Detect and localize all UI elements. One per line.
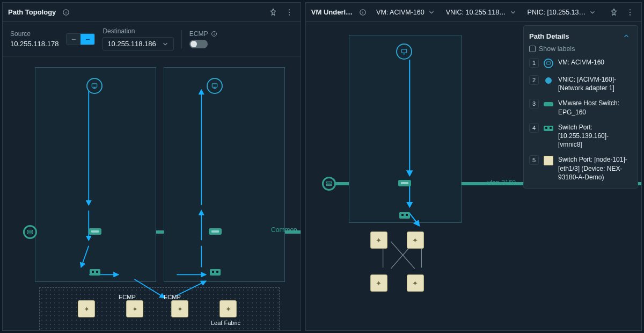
checkbox-icon bbox=[529, 46, 536, 52]
path-step-2[interactable]: 2 VNIC: [ACIVM-160]-[Network adapter 1] bbox=[529, 75, 632, 92]
svg-rect-14 bbox=[212, 84, 217, 87]
leaf-switch-3[interactable]: ✦ bbox=[171, 300, 188, 317]
port-icon bbox=[544, 126, 553, 131]
path-step-5[interactable]: 5 Switch Port: [node-101]-[eth1/3] (Devi… bbox=[529, 155, 632, 182]
pin-icon[interactable] bbox=[267, 6, 279, 18]
path-step-1[interactable]: 1 VM: ACIVM-160 bbox=[529, 58, 632, 69]
svg-rect-11 bbox=[92, 84, 97, 87]
show-labels-checkbox[interactable]: Show labels bbox=[529, 45, 632, 53]
source-hostswitch-icon[interactable] bbox=[89, 228, 101, 235]
ecmp-toggle[interactable] bbox=[189, 40, 208, 48]
vm-underlay-title: VM Underl… bbox=[311, 8, 353, 16]
vm-dropdown-label: VM: ACIVM-160 bbox=[376, 9, 425, 16]
info-icon[interactable] bbox=[60, 6, 72, 18]
ecmp-label: ECMP bbox=[189, 30, 208, 38]
chevron-down-icon bbox=[162, 40, 169, 48]
svg-rect-34 bbox=[326, 184, 331, 185]
source-domain-box bbox=[35, 67, 156, 282]
ecmp-badge-1: ECMP bbox=[119, 294, 136, 300]
dest-host-icon[interactable] bbox=[207, 78, 223, 94]
path-step-4[interactable]: 4 Switch Port: [10.255.139.160]-[vmnic8] bbox=[529, 123, 632, 149]
chevron-down-icon bbox=[509, 9, 517, 16]
svg-point-3 bbox=[289, 9, 290, 10]
switch-icon bbox=[544, 156, 553, 165]
underlay-switch-a1[interactable]: ✦ bbox=[370, 231, 387, 249]
svg-point-32 bbox=[630, 14, 631, 15]
svg-point-8 bbox=[214, 32, 215, 33]
svg-rect-45 bbox=[547, 62, 551, 64]
direction-toggle[interactable]: ← → bbox=[66, 33, 95, 45]
leaf-switch-4[interactable]: ✦ bbox=[219, 300, 237, 317]
vm-host-icon[interactable] bbox=[396, 44, 412, 60]
show-labels-text: Show labels bbox=[539, 45, 575, 53]
pnic-dropdown[interactable]: PNIC: [10.255.13… bbox=[524, 6, 599, 18]
kebab-icon[interactable] bbox=[624, 6, 636, 18]
pin-icon[interactable] bbox=[608, 6, 620, 18]
ecmp-control: ECMP bbox=[189, 30, 218, 48]
svg-point-2 bbox=[66, 11, 67, 11]
svg-point-31 bbox=[630, 11, 631, 12]
path-step-4-text: Switch Port: [10.255.139.160]-[vmnic8] bbox=[558, 123, 632, 149]
collapse-icon[interactable] bbox=[620, 30, 632, 42]
direction-forward-icon[interactable]: → bbox=[80, 34, 94, 45]
vm-domain-box bbox=[349, 35, 462, 223]
fabric-area bbox=[39, 287, 280, 330]
vm-hostswitch-icon[interactable] bbox=[398, 180, 411, 186]
source-value: 10.255.118.178 bbox=[10, 40, 58, 48]
path-step-1-text: VM: ACIVM-160 bbox=[558, 58, 632, 67]
dest-hostswitch-icon[interactable] bbox=[209, 228, 222, 235]
vm-dropdown[interactable]: VM: ACIVM-160 bbox=[373, 6, 438, 18]
vnic-dot-icon bbox=[545, 77, 552, 84]
source-port-icon[interactable] bbox=[90, 269, 100, 276]
chevron-down-icon bbox=[589, 9, 596, 16]
destination-field[interactable]: Destination 10.255.118.186 bbox=[103, 27, 173, 50]
vnic-dropdown-label: VNIC: 10.255.118… bbox=[446, 9, 506, 16]
vm-icon bbox=[544, 59, 553, 68]
svg-rect-35 bbox=[401, 49, 406, 53]
underlay-switch-b1[interactable]: ✦ bbox=[370, 274, 387, 292]
destination-label: Destination bbox=[103, 27, 173, 35]
destination-value: 10.255.118.186 bbox=[107, 40, 156, 48]
kebab-icon[interactable] bbox=[283, 6, 295, 18]
vm-underlay-canvas[interactable]: vlan-3160 ✦ ✦ ✦ ✦ bbox=[306, 22, 641, 330]
vlan-lane-label: vlan-3160 bbox=[487, 179, 516, 186]
svg-point-29 bbox=[363, 11, 363, 11]
vnic-dropdown[interactable]: VNIC: 10.255.118… bbox=[443, 6, 520, 18]
hostswitch-icon bbox=[544, 102, 553, 106]
vm-underlay-header: VM Underl… VM: ACIVM-160 VNIC: 10.255.11… bbox=[306, 3, 641, 22]
underlay-switch-a2[interactable]: ✦ bbox=[407, 231, 424, 249]
vlan-lane-icon bbox=[322, 177, 336, 191]
source-host-icon[interactable] bbox=[86, 78, 103, 94]
path-step-2-text: VNIC: [ACIVM-160]-[Network adapter 1] bbox=[558, 75, 632, 92]
svg-point-4 bbox=[289, 11, 290, 12]
vm-underlay-panel: VM Underl… VM: ACIVM-160 VNIC: 10.255.11… bbox=[305, 2, 642, 331]
leaf-switch-2[interactable]: ✦ bbox=[126, 300, 143, 317]
source-label: Source bbox=[10, 30, 58, 38]
info-icon[interactable] bbox=[357, 6, 369, 18]
common-lane-icon bbox=[23, 225, 37, 239]
ecmp-badge-2: ECMP bbox=[164, 294, 181, 300]
svg-rect-9 bbox=[27, 230, 32, 231]
path-topology-controls: Source 10.255.118.178 ← → Destination 10… bbox=[3, 22, 301, 56]
svg-point-30 bbox=[630, 9, 631, 10]
common-lane-label: Common bbox=[271, 226, 297, 234]
path-topology-title: Path Topology bbox=[8, 8, 56, 16]
path-topology-panel: Path Topology Source 10.255.118.178 ← → bbox=[2, 2, 301, 331]
chevron-down-icon bbox=[428, 9, 435, 16]
dest-port-icon[interactable] bbox=[210, 269, 221, 276]
vm-port-icon[interactable] bbox=[399, 212, 410, 219]
path-step-5-text: Switch Port: [node-101]-[eth1/3] (Device… bbox=[558, 155, 632, 182]
info-icon[interactable] bbox=[211, 31, 217, 37]
path-topology-canvas[interactable]: Common ✦ ✦ ✦ ✦ ✦ ✦ bbox=[3, 56, 301, 330]
path-details-panel: Path Details Show labels 1 VM: ACIVM-160… bbox=[523, 25, 638, 189]
svg-rect-10 bbox=[27, 233, 32, 234]
path-step-3[interactable]: 3 VMware Host Switch: EPG_160 bbox=[529, 99, 632, 116]
path-topology-header: Path Topology bbox=[3, 3, 301, 22]
source-field: Source 10.255.118.178 bbox=[10, 30, 58, 48]
path-details-title: Path Details bbox=[529, 32, 569, 40]
direction-back-icon[interactable]: ← bbox=[67, 34, 80, 45]
pnic-dropdown-label: PNIC: [10.255.13… bbox=[528, 9, 586, 16]
underlay-switch-b2[interactable]: ✦ bbox=[407, 274, 424, 292]
destination-domain-box bbox=[164, 67, 285, 282]
leaf-switch-1[interactable]: ✦ bbox=[78, 300, 95, 317]
